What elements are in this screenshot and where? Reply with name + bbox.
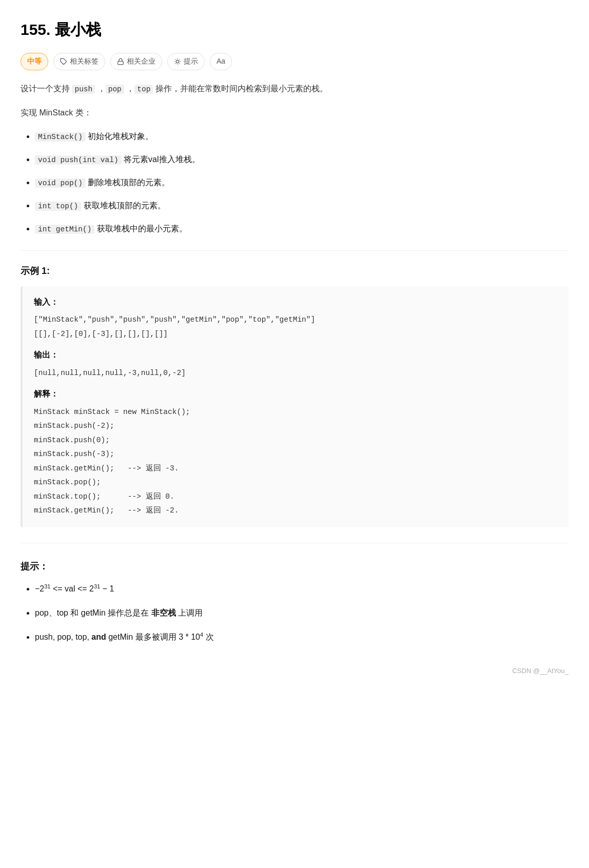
example-block: 输入： ["MinStack","push","push","push","ge…	[21, 286, 568, 527]
svg-line-10	[180, 59, 180, 60]
tag-difficulty[interactable]: 中等	[21, 53, 48, 70]
input-line2: [[],[-2],[0],[-3],[],[],[],[]]	[34, 327, 557, 342]
svg-line-9	[175, 64, 175, 64]
explain-lines: MinStack minStack = new MinStack(); minS…	[34, 405, 557, 518]
method-item-3: void pop() 删除堆栈顶部的元素。	[35, 175, 568, 190]
method-code-4: int top()	[35, 202, 81, 211]
description: 设计一个支持 push ，pop ，top 操作，并能在常数时间内检索到最小元素…	[21, 82, 568, 96]
hints-list: −231 <= val <= 231 − 1 pop、top 和 getMin …	[21, 582, 568, 645]
method-desc-5: 获取堆栈中的最小元素。	[97, 224, 187, 233]
lock-icon	[117, 58, 124, 65]
tag-related-companies[interactable]: 相关企业	[110, 53, 162, 70]
bulb-icon	[174, 58, 181, 65]
method-desc-4: 获取堆栈顶部的元素。	[84, 201, 166, 210]
tags-row: 中等 相关标签 相关企业 提示 Aa	[21, 53, 568, 70]
implement-title: 实现 MinStack 类：	[21, 106, 568, 121]
tag-font-label: Aa	[217, 55, 225, 68]
method-code-2: void push(int val)	[35, 155, 122, 165]
example-title: 示例 1:	[21, 263, 568, 279]
tag-icon	[60, 58, 67, 65]
divider-1	[21, 250, 568, 251]
method-code-5: int getMin()	[35, 225, 94, 234]
method-item-2: void push(int val) 将元素val推入堆栈。	[35, 152, 568, 167]
tag-related-tags[interactable]: 相关标签	[53, 53, 105, 70]
explain-label: 解释：	[34, 387, 557, 401]
page-title: 155. 最小栈	[21, 16, 568, 43]
methods-list: MinStack() 初始化堆栈对象。 void push(int val) 将…	[21, 129, 568, 236]
tag-font[interactable]: Aa	[210, 53, 232, 70]
method-desc-3: 删除堆栈顶部的元素。	[88, 178, 170, 187]
input-label: 输入：	[34, 295, 557, 309]
tag-related-tags-label: 相关标签	[70, 55, 99, 68]
divider-2	[21, 543, 568, 543]
hints-section: 提示： −231 <= val <= 231 − 1 pop、top 和 get…	[21, 559, 568, 645]
method-item-4: int top() 获取堆栈顶部的元素。	[35, 199, 568, 213]
method-code-3: void pop()	[35, 179, 86, 188]
tag-hints-label: 提示	[184, 55, 198, 68]
method-item-1: MinStack() 初始化堆栈对象。	[35, 129, 568, 144]
method-item-5: int getMin() 获取堆栈中的最小元素。	[35, 222, 568, 236]
method-desc-1: 初始化堆栈对象。	[88, 132, 153, 141]
hints-title: 提示：	[21, 559, 568, 575]
svg-line-6	[180, 64, 180, 64]
tag-related-companies-label: 相关企业	[127, 55, 155, 68]
svg-line-5	[175, 59, 175, 60]
method-desc-2: 将元素val推入堆栈。	[124, 155, 200, 164]
tag-difficulty-label: 中等	[27, 55, 42, 68]
hint-item-2: pop、top 和 getMin 操作总是在 非空栈 上调用	[35, 606, 568, 621]
method-code-1: MinStack()	[35, 132, 86, 142]
output-value: [null,null,null,null,-3,null,0,-2]	[34, 366, 557, 381]
footer-credit: CSDN @__AtYou_	[21, 665, 568, 677]
tag-hints[interactable]: 提示	[167, 53, 205, 70]
output-label: 输出：	[34, 348, 557, 362]
hint-item-3: push, pop, top, and getMin 最多被调用 3 * 104…	[35, 630, 568, 645]
input-line1: ["MinStack","push","push","push","getMin…	[34, 313, 557, 327]
svg-rect-1	[118, 61, 124, 64]
svg-point-2	[176, 60, 179, 63]
hint-item-1: −231 <= val <= 231 − 1	[35, 582, 568, 597]
